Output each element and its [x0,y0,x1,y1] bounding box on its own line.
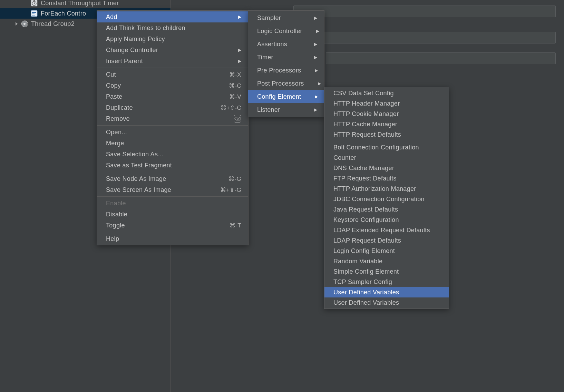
menu-label: Pre Processors [257,67,301,74]
menu-label: Duplicate [106,104,133,111]
config-simple-config-element[interactable]: Simple Config Element [324,266,449,277]
submenu-arrow-icon: ▶ [224,48,241,52]
menu-separator [97,196,248,197]
menu-label: HTTP Header Manager [333,100,400,107]
menu-label: Disable [106,211,127,218]
menu-remove[interactable]: Remove ⌫ [97,113,248,124]
menu-shortcut: ⌘-C [215,82,241,89]
menu-shortcut: ⌘-V [215,93,241,100]
menu-save-selection[interactable]: Save Selection As... [97,149,248,160]
menu-help[interactable]: Help [97,233,248,244]
menu-separator [97,172,248,172]
menu-save-node-image[interactable]: Save Node As Image ⌘-G [97,173,248,184]
submenu-sampler[interactable]: Sampler ▶ [248,11,324,24]
config-bolt-connection[interactable]: Bolt Connection Configuration [324,142,449,153]
config-ldap-extended-request-defaults[interactable]: LDAP Extended Request Defaults [324,225,449,235]
menu-label: Sampler [257,14,281,22]
config-http-request-defaults[interactable]: HTTP Request Defaults [324,129,449,140]
submenu-arrow-icon: ▶ [301,94,318,99]
menu-label: HTTP Authorization Manager [333,185,416,193]
menu-shortcut: ⌘-G [215,175,241,183]
menu-label: Config Element [257,93,301,100]
submenu-pre-processors[interactable]: Pre Processors ▶ [248,64,324,77]
submenu-add: Sampler ▶ Logic Controller ▶ Assertions … [248,10,324,117]
svg-point-12 [23,23,26,25]
menu-paste[interactable]: Paste ⌘-V [97,91,248,102]
menu-label: HTTP Request Defaults [333,131,401,138]
config-http-cache-manager[interactable]: HTTP Cache Manager [324,119,449,129]
menu-label: Remove [106,115,130,122]
menu-add-think-times[interactable]: Add Think Times to children [97,22,248,33]
config-user-defined-variables[interactable]: User Defined Variables [324,287,449,297]
menu-change-controller[interactable]: Change Controller ▶ [97,45,248,56]
config-random-variable[interactable]: Random Variable [324,256,449,266]
menu-save-screen-image[interactable]: Save Screen As Image ⌘+⇧-G [97,184,248,195]
menu-separator [324,141,449,141]
expand-arrow-icon[interactable] [14,22,19,26]
config-ftp-request-defaults[interactable]: FTP Request Defaults [324,173,449,184]
menu-toggle[interactable]: Toggle ⌘-T [97,220,248,231]
menu-shortcut: ⌘+⇧-G [206,186,241,194]
config-keystore-configuration[interactable]: Keystore Configuration [324,215,449,225]
config-http-authorization-manager[interactable]: HTTP Authorization Manager [324,184,449,194]
menu-apply-naming[interactable]: Apply Naming Policy [97,33,248,45]
config-http-cookie-manager[interactable]: HTTP Cookie Manager [324,109,449,119]
config-java-request-defaults[interactable]: Java Request Defaults [324,204,449,215]
menu-label: LDAP Request Defaults [333,237,401,244]
menu-label: Logic Controller [257,28,302,35]
menu-label: Save Screen As Image [106,186,171,194]
menu-label: Login Config Element [333,247,395,255]
menu-insert-parent[interactable]: Insert Parent ▶ [97,56,248,67]
menu-separator [97,125,248,126]
submenu-arrow-icon: ▶ [300,16,317,20]
submenu-config-element[interactable]: Config Element ▶ [248,90,324,103]
config-csv-data-set[interactable]: CSV Data Set Config [324,88,449,98]
menu-label: Add [106,13,117,21]
menu-label: DNS Cache Manager [333,165,394,172]
config-counter[interactable]: Counter [324,153,449,163]
submenu-assertions[interactable]: Assertions ▶ [248,38,324,51]
config-jdbc-connection[interactable]: JDBC Connection Configuration [324,194,449,204]
menu-label: Timer [257,54,273,61]
svg-rect-4 [33,0,35,1]
config-user-defined-variables-2[interactable]: User Defined Variables [324,297,449,308]
config-ldap-request-defaults[interactable]: LDAP Request Defaults [324,235,449,246]
submenu-arrow-icon: ▶ [301,68,318,73]
menu-save-test-fragment[interactable]: Save as Test Fragment [97,160,248,171]
field-box[interactable] [293,32,556,43]
menu-label: Post Processors [257,80,304,87]
submenu-arrow-icon: ▶ [224,14,241,19]
menu-label: Insert Parent [106,58,143,65]
menu-label: Add Think Times to children [106,24,185,32]
config-dns-cache-manager[interactable]: DNS Cache Manager [324,163,449,173]
submenu-listener[interactable]: Listener ▶ [248,103,324,116]
controller-icon [30,10,38,17]
menu-add[interactable]: Add ▶ [97,11,248,22]
menu-label: Listener [257,106,280,114]
timer-icon [30,0,38,7]
menu-open[interactable]: Open... [97,127,248,138]
submenu-post-processors[interactable]: Post Processors ▶ [248,77,324,90]
menu-duplicate[interactable]: Duplicate ⌘+⇧-C [97,102,248,113]
field-box[interactable] [326,52,556,64]
submenu-timer[interactable]: Timer ▶ [248,51,324,64]
menu-label: Random Variable [333,258,382,265]
menu-label: Save Selection As... [106,151,163,158]
menu-separator [97,68,248,68]
submenu-logic-controller[interactable]: Logic Controller ▶ [248,24,324,38]
thread-group-icon [21,20,28,28]
menu-label: User Defined Variables [333,289,399,296]
menu-cut[interactable]: Cut ⌘-X [97,69,248,80]
submenu-arrow-icon: ▶ [300,55,317,60]
menu-disable[interactable]: Disable [97,209,248,220]
menu-merge[interactable]: Merge [97,138,248,149]
tree-item-timer[interactable]: Constant Throughput Timer [0,0,171,8]
menu-label: Save as Test Fragment [106,162,172,169]
config-login-config-element[interactable]: Login Config Element [324,246,449,256]
config-http-header-manager[interactable]: HTTP Header Manager [324,98,449,109]
config-tcp-sampler-config[interactable]: TCP Sampler Config [324,277,449,287]
menu-copy[interactable]: Copy ⌘-C [97,80,248,91]
menu-label: Help [106,235,119,243]
menu-label: Cut [106,71,116,78]
field-box[interactable] [293,6,556,17]
